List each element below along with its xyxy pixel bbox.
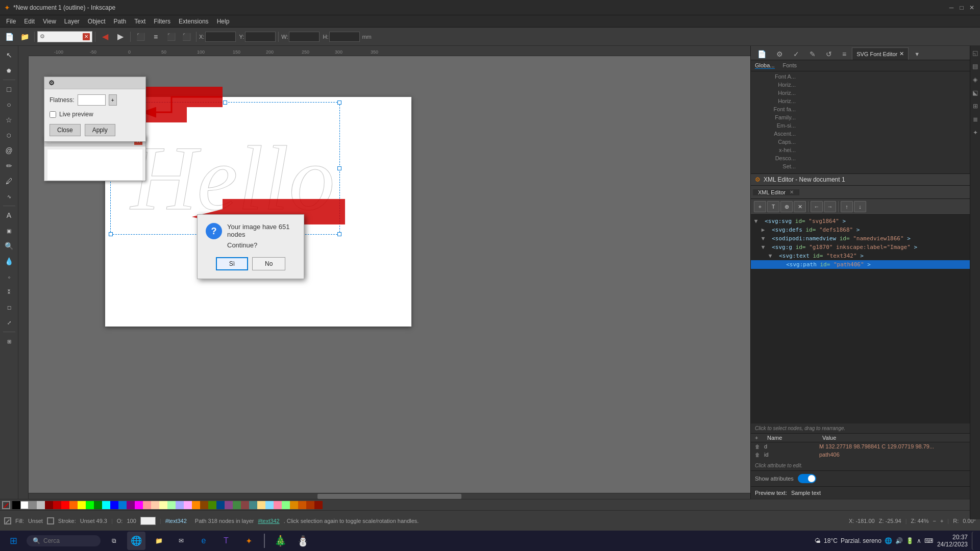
color-mint[interactable] <box>282 501 290 509</box>
gradient-tool[interactable]: ▣ <box>2 223 16 238</box>
select-tool[interactable]: ↖ <box>2 48 16 62</box>
menu-text[interactable]: Text <box>130 17 150 26</box>
taskbar-mail[interactable]: ✉ <box>172 532 190 550</box>
arrow-left-button[interactable]: ◀ <box>98 30 112 44</box>
maximize-button[interactable]: □ <box>958 4 966 12</box>
color-black[interactable] <box>12 501 20 509</box>
color-red-dark[interactable] <box>53 501 61 509</box>
menu-filters[interactable]: Filters <box>150 17 175 26</box>
zoom-minus[interactable]: − <box>933 518 936 524</box>
color-white[interactable] <box>20 501 29 509</box>
menu-help[interactable]: Help <box>213 17 234 26</box>
canvas-area[interactable]: -100 -50 0 50 100 150 200 250 300 350 H <box>18 46 750 499</box>
scrollbar-thumb[interactable] <box>317 494 462 499</box>
live-preview-label[interactable]: Live preview <box>59 111 93 118</box>
taskbar-multitasking[interactable]: ⧉ <box>105 532 123 550</box>
fill-swatch[interactable] <box>4 517 11 524</box>
h-input[interactable]: 147.467 <box>329 32 360 42</box>
color-dark-orange[interactable] <box>290 501 298 509</box>
keyboard-icon[interactable]: ⌨ <box>924 537 933 544</box>
circle-tool[interactable]: ○ <box>2 97 16 112</box>
color-peach[interactable] <box>151 501 159 509</box>
menu-view[interactable]: View <box>39 17 60 26</box>
color-magenta[interactable] <box>135 501 143 509</box>
connector-tool[interactable]: ⤢ <box>2 315 16 330</box>
tree-toggle-path406[interactable] <box>776 261 783 268</box>
tree-toggle-text342[interactable]: ▼ <box>769 253 776 259</box>
color-plum[interactable] <box>225 501 233 509</box>
color-gold[interactable] <box>257 501 265 509</box>
calligraphy-tool[interactable]: ∿ <box>2 189 16 204</box>
color-forest[interactable] <box>233 501 241 509</box>
tree-toggle-defs[interactable]: ▶ <box>762 227 769 233</box>
apply-button[interactable]: Apply <box>85 124 115 136</box>
color-gray[interactable] <box>29 501 37 509</box>
minimize-button[interactable]: ─ <box>947 4 955 12</box>
color-brown[interactable] <box>200 501 208 509</box>
tray-arrow[interactable]: ∧ <box>917 537 921 544</box>
taskbar-search-input[interactable] <box>43 537 94 544</box>
color-navy[interactable] <box>216 501 225 509</box>
attr-d-name[interactable]: d <box>764 443 815 449</box>
color-blue-light[interactable] <box>176 501 184 509</box>
x-input[interactable]: 22.959 <box>205 32 236 42</box>
xml-duplicate-button[interactable]: ⊕ <box>780 201 793 212</box>
tree-item-namedview[interactable]: ▼ <sodipodi:namedview id= "namedview1866… <box>751 234 980 243</box>
eraser-tool[interactable]: ◻ <box>2 300 16 314</box>
color-olive[interactable] <box>208 501 216 509</box>
tab-icon-5[interactable]: ↺ <box>821 47 837 60</box>
attr-d-delete[interactable]: 🗑 <box>755 444 760 449</box>
global-tab[interactable]: Globa... <box>755 62 775 69</box>
no-button[interactable]: No <box>252 257 285 270</box>
gcode-input[interactable]: gcode <box>46 33 82 40</box>
rpanel-icon-4[interactable]: ⬕ <box>970 88 981 98</box>
no-color-swatch[interactable] <box>2 501 10 509</box>
xml-unindent-button[interactable]: ← <box>811 201 823 212</box>
menu-object[interactable]: Object <box>84 17 110 26</box>
eyedropper-tool[interactable]: 💧 <box>2 254 16 268</box>
close-button[interactable]: Close <box>50 124 81 136</box>
tab-icon-4[interactable]: ✎ <box>805 47 820 60</box>
color-pink[interactable] <box>184 501 192 509</box>
pages-tool[interactable]: ⊞ <box>2 334 16 348</box>
menu-path[interactable]: Path <box>110 17 131 26</box>
flatness-value-input[interactable]: 0.1 <box>78 94 106 106</box>
color-maroon[interactable] <box>45 501 53 509</box>
color-green[interactable] <box>94 501 102 509</box>
xml-move-down-button[interactable]: ↓ <box>854 201 866 212</box>
color-cyan[interactable] <box>102 501 110 509</box>
zoom-tool[interactable]: 🔍 <box>2 239 16 253</box>
align-left-button[interactable]: ⬛ <box>133 30 148 44</box>
menu-layer[interactable]: Layer <box>60 17 84 26</box>
node-tool[interactable]: ⬟ <box>2 63 16 78</box>
rpanel-icon-2[interactable]: ▤ <box>970 61 981 71</box>
xml-new-element-button[interactable]: + <box>754 201 766 212</box>
taskbar-edge[interactable]: e <box>194 532 213 550</box>
color-yellow-light[interactable] <box>159 501 167 509</box>
color-orange[interactable] <box>69 501 78 509</box>
tree-toggle-svg[interactable]: ▼ <box>754 218 762 224</box>
svg-font-editor-tab-close[interactable]: ✕ <box>899 51 904 57</box>
pencil-tool[interactable]: ✏ <box>2 159 16 173</box>
flatness-spin-up[interactable]: + <box>109 94 117 106</box>
open-button[interactable]: 📁 <box>17 30 32 44</box>
color-teal[interactable] <box>249 501 257 509</box>
align-right-button[interactable]: ⬛ <box>164 30 178 44</box>
arrow-right-button[interactable]: ▶ <box>113 30 128 44</box>
attr-id-delete[interactable]: 🗑 <box>755 452 760 458</box>
start-button[interactable]: ⊞ <box>4 532 22 550</box>
network-icon[interactable]: 🌐 <box>885 537 892 544</box>
color-amber[interactable] <box>192 501 200 509</box>
taskbar-search[interactable]: 🔍 <box>27 535 101 546</box>
color-sky[interactable] <box>265 501 274 509</box>
xml-editor-tab-close[interactable]: ✕ <box>790 189 794 195</box>
bucket-tool[interactable]: ⬦ <box>2 269 16 284</box>
volume-icon[interactable]: 🔊 <box>895 537 903 544</box>
color-sienna[interactable] <box>241 501 249 509</box>
tree-item-defs[interactable]: ▶ <svg:defs id= "defs1868" > <box>751 226 980 234</box>
tab-icon-1[interactable]: 📄 <box>753 47 771 60</box>
align-top-button[interactable]: ⬛ <box>179 30 193 44</box>
svg-font-editor-tab[interactable]: SVG Font Editor ✕ <box>852 47 909 60</box>
battery-icon[interactable]: 🔋 <box>906 537 914 544</box>
xml-editor-tab[interactable]: XML Editor ✕ <box>753 189 799 195</box>
